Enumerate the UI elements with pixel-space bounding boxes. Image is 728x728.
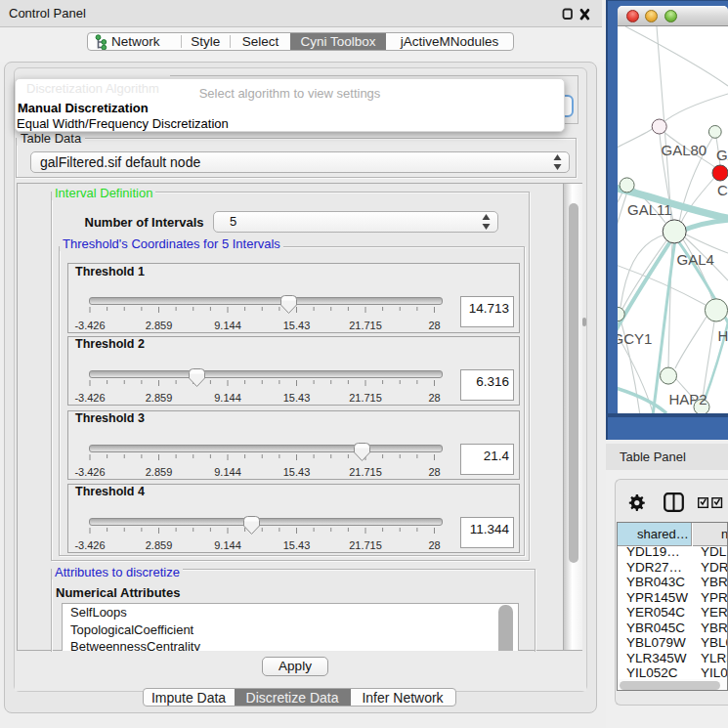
svg-text:GA: GA	[716, 147, 728, 163]
svg-text:GCY1: GCY1	[618, 330, 652, 347]
svg-text:GAL11: GAL11	[627, 201, 672, 218]
svg-text:CY: CY	[717, 182, 728, 198]
svg-text:HAP2: HAP2	[669, 391, 707, 407]
svg-text:GAL4: GAL4	[677, 251, 714, 268]
svg-text:H: H	[718, 327, 728, 344]
svg-text:GAL80: GAL80	[662, 142, 707, 158]
